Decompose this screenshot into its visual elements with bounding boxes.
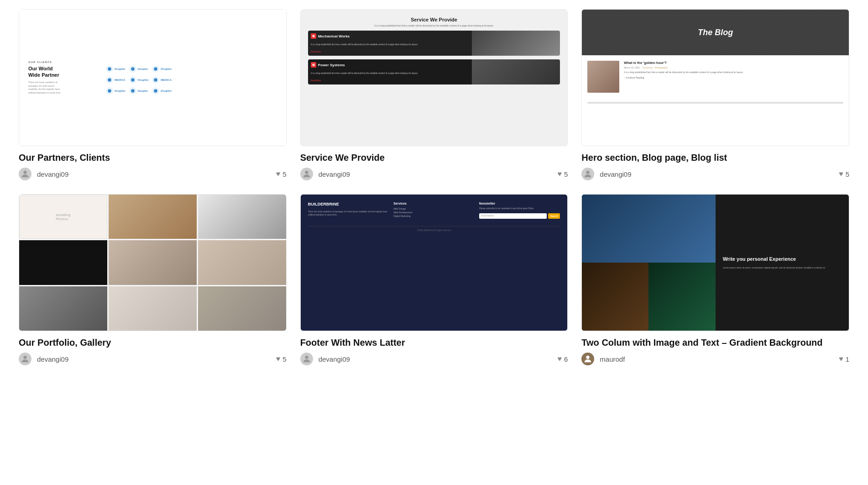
card-meta: devangi09 ♥ 6 xyxy=(300,353,568,365)
heart-icon: ♥ xyxy=(276,355,281,363)
card-meta: devangi09 ♥ 5 xyxy=(581,168,849,180)
service-card-2: Power Systems It is a long established f… xyxy=(308,59,560,84)
service-heading: Service We Provide xyxy=(308,17,560,22)
logo-item: DrugSto xyxy=(129,76,149,84)
likes: ♥ 5 xyxy=(557,170,568,178)
twocol-img-top xyxy=(582,195,715,263)
service-right-1 xyxy=(472,31,560,56)
logo-item: Hospita xyxy=(129,65,149,73)
svg-rect-11 xyxy=(312,64,314,66)
blog-progress-bar xyxy=(587,102,843,104)
gallery-cell xyxy=(19,286,107,331)
footer-search-btn[interactable]: Search xyxy=(548,213,560,219)
footer-preview: BUILDERBRINE There are many variations o… xyxy=(301,195,568,331)
thumbnail-blog[interactable]: The Blog What is the 'golden hour'? Marc… xyxy=(581,9,849,146)
svg-point-4 xyxy=(131,78,135,82)
card-service: Service We Provide It is a long establis… xyxy=(300,9,568,180)
service-left-2: Power Systems It is a long established f… xyxy=(308,59,472,84)
service-icon-box-2: Power Systems xyxy=(311,62,469,68)
logo-circle xyxy=(152,76,159,84)
logo-item: DrugSto xyxy=(106,65,125,73)
thumbnail-service[interactable]: Service We Provide It is a long establis… xyxy=(300,9,568,146)
svg-point-13 xyxy=(586,171,590,174)
blog-post-date: March 29, 2021 Ceremony · Photography xyxy=(624,66,843,69)
avatar xyxy=(300,168,313,180)
svg-point-16 xyxy=(586,356,590,359)
likes: ♥ 5 xyxy=(839,170,849,178)
service-sub: It is a long established fact that a rea… xyxy=(308,24,560,27)
footer-link: Web Development xyxy=(393,211,475,214)
card-meta: maurodf ♥ 1 xyxy=(581,353,849,365)
card-partners: OUR CLIENTS Our World Wide Partner There… xyxy=(19,9,287,180)
section-title: Our World Wide Partner xyxy=(28,65,65,79)
svg-point-1 xyxy=(131,67,135,71)
avatar xyxy=(19,353,31,365)
likes: ♥ 5 xyxy=(276,170,287,178)
svg-point-15 xyxy=(305,356,308,359)
gallery-grid: weddingPhotos xyxy=(19,195,286,331)
footer-desc: There are many variations of passages of… xyxy=(308,210,389,216)
svg-rect-10 xyxy=(312,35,314,37)
gallery-cell xyxy=(198,195,286,239)
heart-icon: ♥ xyxy=(557,355,562,363)
logo-circle xyxy=(129,87,136,95)
twocol-img-br xyxy=(648,263,715,331)
like-count: 6 xyxy=(564,355,568,363)
footer-input-row: Email Address Search xyxy=(479,213,560,219)
thumbnail-partners[interactable]: OUR CLIENTS Our World Wide Partner There… xyxy=(19,9,287,146)
gallery-cell xyxy=(109,240,197,285)
like-count: 5 xyxy=(282,170,286,178)
card-title: Service We Provide xyxy=(300,153,568,163)
service-text: It is a long established fact that a rea… xyxy=(311,43,469,46)
thumbnail-gallery[interactable]: weddingPhotos xyxy=(19,194,287,331)
gallery-cell xyxy=(19,240,107,285)
logo-item: MEDICA xyxy=(106,76,125,84)
logo-circle xyxy=(152,65,159,73)
svg-point-9 xyxy=(23,171,26,174)
gallery-cell xyxy=(198,240,286,285)
twocol-right: Write you personal Experience Lorem ipsu… xyxy=(716,195,849,331)
svg-point-6 xyxy=(108,89,111,93)
twocol-img-bottom xyxy=(582,263,715,331)
avatar xyxy=(300,353,313,365)
twocol-title: Write you personal Experience xyxy=(723,256,842,262)
blog-post-info: What is the 'golden hour'? March 29, 202… xyxy=(624,61,843,79)
service-text-2: It is a long established fact that a rea… xyxy=(311,72,469,75)
thumbnail-twocol[interactable]: Write you personal Experience Lorem ipsu… xyxy=(581,194,849,331)
card-footer: BUILDERBRINE There are many variations o… xyxy=(300,194,568,365)
heart-icon: ♥ xyxy=(839,355,843,363)
svg-point-2 xyxy=(154,67,158,71)
svg-point-7 xyxy=(131,89,135,93)
gallery-cell-label: weddingPhotos xyxy=(19,195,107,239)
author-name: devangi09 xyxy=(319,170,350,178)
like-count: 5 xyxy=(564,170,568,178)
logo-item: Hospita xyxy=(129,87,149,95)
blog-post-image xyxy=(587,61,619,93)
card-title: Our Partners, Clients xyxy=(19,153,287,163)
footer-link: Digital Marketing xyxy=(393,215,475,217)
service-name: Mechanical Works xyxy=(318,34,350,38)
service-left-1: Mechanical Works It is a long establishe… xyxy=(308,31,472,56)
blog-content: What is the 'golden hour'? March 29, 202… xyxy=(582,55,849,98)
logo-item: DrugSto xyxy=(152,87,172,95)
footer-email-input[interactable]: Email Address xyxy=(479,213,547,219)
likes: ♥ 6 xyxy=(557,355,568,363)
card-title: Footer With News Latter xyxy=(300,337,568,348)
heart-icon: ♥ xyxy=(557,170,562,178)
thumbnail-footer[interactable]: BUILDERBRINE There are many variations o… xyxy=(300,194,568,331)
footer-link: Web Design xyxy=(393,207,475,210)
footer-col-newsletter: Newsletter Please subscribe to our newsl… xyxy=(479,202,560,219)
footer-newsletter-desc: Please subscribe to our newsletter to ge… xyxy=(479,207,560,211)
like-count: 5 xyxy=(846,170,849,178)
svg-point-0 xyxy=(108,67,111,71)
card-blog: The Blog What is the 'golden hour'? Marc… xyxy=(581,9,849,180)
logo-item: MEDICA xyxy=(152,76,172,84)
card-meta: devangi09 ♥ 5 xyxy=(19,353,287,365)
blog-hero-text: The Blog xyxy=(698,28,733,37)
like-count: 5 xyxy=(282,355,286,363)
service-card-1: Mechanical Works It is a long establishe… xyxy=(308,31,560,56)
heart-icon: ♥ xyxy=(276,170,281,178)
footer-services-title: Services xyxy=(393,202,475,205)
author-name: devangi09 xyxy=(600,170,631,178)
card-twocol: Write you personal Experience Lorem ipsu… xyxy=(581,194,849,365)
